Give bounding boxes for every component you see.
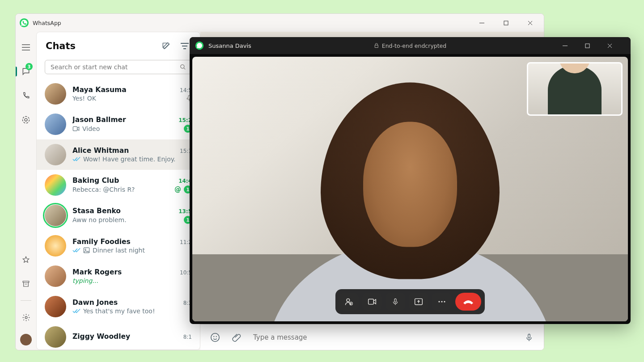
chat-name: Ziggy Woodley [72,333,180,341]
chat-item[interactable]: Family Foodies11:2Dinner last night [37,231,200,261]
call-video-area [192,57,628,321]
nav-chats-button[interactable]: 3 [16,64,36,79]
chat-preview: Video [82,125,181,132]
end-call-button[interactable] [455,293,481,311]
nav-profile-avatar[interactable] [20,334,32,345]
svg-rect-17 [369,299,374,304]
video-call-window: Susanna Davis End-to-end endcrypted [190,37,631,324]
call-controls [335,289,485,314]
avatar [45,265,66,287]
chat-name: Family Foodies [72,238,176,246]
window-minimize-button[interactable] [471,14,492,32]
share-screen-button[interactable] [409,293,428,311]
whatsapp-logo-icon [19,18,29,28]
svg-point-20 [438,301,440,302]
chat-name: Baking Club [72,177,175,185]
chat-preview: typing... [72,277,192,284]
app-title: WhatsApp [33,20,61,26]
window-maximize-button[interactable] [496,14,516,32]
chat-item[interactable]: Dawn Jones8:3Yes that's my fave too! [37,291,200,322]
svg-point-15 [347,299,350,302]
titlebar: WhatsApp [16,14,544,32]
composer [200,324,544,350]
svg-point-4 [25,316,27,319]
chat-preview: Dinner last night [93,247,192,254]
chat-name: Mark Rogers [72,268,176,276]
whatsapp-logo-icon [195,41,204,50]
toggle-mic-button[interactable] [386,293,405,311]
chat-item[interactable]: Ziggy Woodley8:1 [37,322,200,349]
read-receipt-icon [72,156,80,162]
message-input[interactable] [253,333,513,341]
chat-preview: Yes! OK [72,95,184,102]
svg-point-5 [181,65,184,68]
call-close-button[interactable] [607,43,625,48]
svg-rect-14 [585,44,589,48]
avatar [45,174,66,196]
mention-icon: @ [174,185,181,194]
call-encryption-label: End-to-end endcrypted [374,42,447,49]
chat-item[interactable]: Baking Club14:4Rebecca: @Chris R?@1 [37,170,200,200]
svg-point-3 [25,118,27,121]
image-icon [83,247,90,253]
nav-chats-badge: 3 [25,63,33,70]
chat-name: Stasa Benko [72,207,175,215]
read-receipt-icon [72,248,80,253]
window-close-button[interactable] [520,14,540,32]
search-input-container[interactable] [45,60,192,74]
remote-participant-video [294,79,526,321]
svg-point-11 [216,336,217,337]
chat-item[interactable]: Jason Ballmer15:2Video1 [37,109,200,139]
video-icon [72,126,80,131]
chat-name: Jason Ballmer [72,116,175,124]
chat-item[interactable]: Mark Rogers10:5typing... [37,261,200,291]
add-participant-button[interactable] [339,293,359,311]
attach-button[interactable] [232,333,242,342]
chat-time: 8:1 [183,334,192,340]
nav-starred-button[interactable] [16,252,36,267]
emoji-button[interactable] [210,333,220,342]
chat-list-header: Chats [37,32,200,60]
filter-button[interactable] [178,40,191,52]
chat-item[interactable]: Maya Kasuma14:5Yes! OK [37,79,200,109]
avatar [45,326,66,348]
chat-preview: Rebecca: @Chris R? [72,186,172,193]
avatar [45,205,66,226]
new-chat-button[interactable] [160,40,172,52]
avatar [45,144,66,165]
voice-message-button[interactable] [524,333,534,342]
call-titlebar: Susanna Davis End-to-end endcrypted [190,37,631,54]
chat-item[interactable]: Alice Whitman15:1Wow! Have great time. E… [37,139,200,170]
nav-settings-button[interactable] [16,310,36,325]
call-more-button[interactable] [432,293,452,311]
search-input[interactable] [51,63,175,71]
nav-archived-button[interactable] [16,276,36,291]
avatar [45,83,66,105]
chat-list-heading: Chats [46,41,153,51]
call-minimize-button[interactable] [563,43,580,48]
chat-list-panel: Chats Maya Kasuma14:5Yes! OKJason Ballme… [36,32,200,350]
chat-preview: Aww no problem. [72,216,181,223]
nav-status-button[interactable] [16,112,36,127]
svg-point-9 [211,333,219,341]
svg-rect-7 [84,248,89,253]
call-caller-name: Susanna Davis [208,42,251,49]
call-maximize-button[interactable] [585,43,603,48]
chat-item[interactable]: Stasa Benko13:5Aww no problem.1 [37,200,200,231]
self-preview[interactable] [527,62,623,116]
svg-rect-1 [504,21,508,25]
toggle-camera-button[interactable] [362,293,382,311]
chat-items: Maya Kasuma14:5Yes! OKJason Ballmer15:2V… [37,79,200,349]
chat-preview: Yes that's my fave too! [83,307,192,315]
svg-rect-18 [394,299,396,302]
nav-menu-button[interactable] [16,40,36,55]
svg-rect-6 [73,126,77,130]
chat-name: Maya Kasuma [72,86,176,94]
svg-point-21 [441,301,442,302]
svg-point-22 [444,301,445,302]
chat-preview: Wow! Have great time. Enjoy. [83,156,192,163]
nav-calls-button[interactable] [16,88,36,103]
avatar [45,296,66,317]
svg-point-2 [23,117,30,123]
nav-rail: 3 [16,32,36,350]
